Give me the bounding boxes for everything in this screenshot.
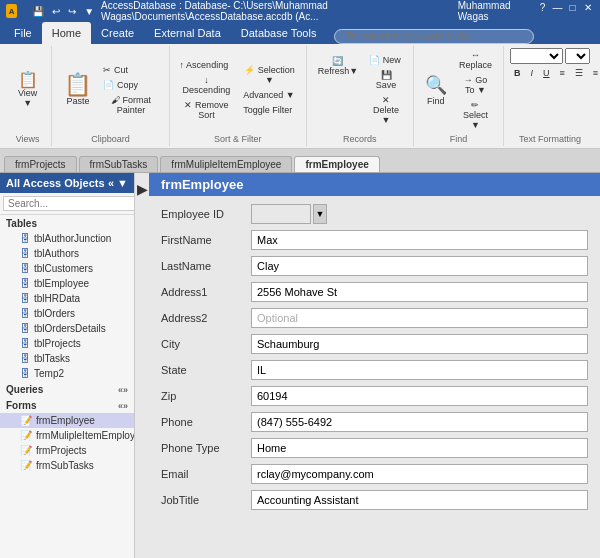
- maximize-btn[interactable]: □: [566, 0, 579, 14]
- sidebar-item-frmprojects[interactable]: 📝frmProjects: [0, 443, 134, 458]
- save-record-btn[interactable]: 💾 Save: [365, 68, 407, 92]
- sidebar-header-icons: « ▼: [108, 177, 128, 189]
- view-btn[interactable]: 📋 View ▼: [10, 69, 45, 111]
- form-area: ▶ frmEmployee Employee ID ▼ First: [135, 173, 600, 558]
- align-right-btn[interactable]: ≡: [589, 66, 600, 80]
- font-row: [510, 48, 590, 64]
- sidebar-item-tblcustomers[interactable]: 🗄tblCustomers: [0, 261, 134, 276]
- ribbon-group-text-formatting: B I U ≡ ☰ ≡ Text Formatting: [504, 46, 596, 146]
- format-painter-btn[interactable]: 🖌 Format Painter: [99, 93, 162, 117]
- input-zip[interactable]: [251, 386, 588, 406]
- form-row-address2: Address2: [161, 308, 588, 328]
- remove-sort-btn[interactable]: ✕ Remove Sort: [176, 98, 238, 122]
- advanced-btn[interactable]: Advanced ▼: [239, 88, 300, 102]
- find-icon: 🔍: [425, 74, 447, 96]
- copy-btn[interactable]: 📄 Copy: [99, 78, 162, 92]
- input-phonetype[interactable]: [251, 438, 588, 458]
- replace-btn[interactable]: ↔ Replace: [454, 48, 497, 72]
- paste-btn[interactable]: 📋 Paste: [58, 71, 97, 109]
- doc-tab-frm-employee[interactable]: frmEmployee: [294, 156, 379, 172]
- cut-btn[interactable]: ✂ Cut: [99, 63, 162, 77]
- tab-create[interactable]: Create: [91, 22, 144, 44]
- input-email[interactable]: [251, 464, 588, 484]
- find-btn[interactable]: 🔍 Find: [420, 71, 452, 109]
- sidebar-menu-icon[interactable]: ▼: [117, 177, 128, 189]
- input-address1[interactable]: [251, 282, 588, 302]
- input-city[interactable]: [251, 334, 588, 354]
- underline-btn[interactable]: U: [539, 66, 554, 80]
- sidebar: All Access Objects « ▼ 🔍 Tables 🗄tblAuth…: [0, 173, 135, 558]
- doc-tab-frm-projects[interactable]: frmProjects: [4, 156, 77, 172]
- toggle-filter-btn[interactable]: Toggle Filter: [239, 103, 300, 117]
- input-address2[interactable]: [251, 308, 588, 328]
- redo-btn[interactable]: ↪: [65, 5, 79, 18]
- close-btn[interactable]: ✕: [581, 0, 594, 14]
- sidebar-item-frmemployee[interactable]: 📝frmEmployee: [0, 413, 134, 428]
- refresh-btn[interactable]: 🔄 Refresh▼: [313, 53, 363, 127]
- undo-btn[interactable]: ↩: [49, 5, 63, 18]
- record-selector-arrow[interactable]: ▶: [137, 181, 148, 197]
- sidebar-search-input[interactable]: [3, 196, 135, 211]
- tab-database-tools[interactable]: Database Tools: [231, 22, 327, 44]
- quick-access-dropdown[interactable]: ▼: [81, 5, 97, 18]
- ribbon-group-views: 📋 View ▼ Views: [4, 46, 52, 146]
- minimize-btn[interactable]: —: [551, 0, 564, 14]
- align-left-btn[interactable]: ≡: [556, 66, 569, 80]
- sidebar-item-tblemployee[interactable]: 🗄tblEmployee: [0, 276, 134, 291]
- label-phone: Phone: [161, 416, 251, 428]
- doc-tab-frm-multiple[interactable]: frmMulipleItemEmployee: [160, 156, 292, 172]
- sidebar-item-tblauthors[interactable]: 🗄tblAuthors: [0, 246, 134, 261]
- help-btn[interactable]: ?: [536, 0, 549, 14]
- sidebar-item-tblordersdetails[interactable]: 🗄tblOrdersDetails: [0, 321, 134, 336]
- descending-btn[interactable]: ↓ Descending: [176, 73, 238, 97]
- sidebar-header: All Access Objects « ▼: [0, 173, 134, 193]
- find-label: Find: [450, 132, 468, 144]
- sidebar-item-frmsubtasks[interactable]: 📝frmSubTasks: [0, 458, 134, 473]
- queries-expand-icon[interactable]: «»: [118, 385, 128, 395]
- select-btn[interactable]: ✏ Select ▼: [454, 98, 497, 132]
- doc-tab-frm-subtasks[interactable]: frmSubTasks: [79, 156, 159, 172]
- forms-expand-icon[interactable]: «»: [118, 401, 128, 411]
- tab-home[interactable]: Home: [42, 22, 91, 44]
- view-icon: 📋: [18, 72, 38, 88]
- sidebar-item-tblorders[interactable]: 🗄tblOrders: [0, 306, 134, 321]
- table-icon: 🗄: [20, 293, 30, 304]
- table-icon: 🗄: [20, 248, 30, 259]
- input-lastname[interactable]: [251, 256, 588, 276]
- goto-btn[interactable]: → Go To ▼: [454, 73, 497, 97]
- filter-btns: ⚡ Selection ▼ Advanced ▼ Toggle Filter: [239, 63, 300, 117]
- sidebar-item-tblauthorjunction[interactable]: 🗄tblAuthorJunction: [0, 231, 134, 246]
- sidebar-item-tblhrdata[interactable]: 🗄tblHRData: [0, 291, 134, 306]
- font-select[interactable]: [510, 48, 563, 64]
- tell-me-input[interactable]: [334, 29, 534, 44]
- sidebar-chevron-icon[interactable]: «: [108, 177, 114, 189]
- delete-record-btn[interactable]: ✕ Delete ▼: [365, 93, 407, 127]
- sidebar-item-tbltasks[interactable]: 🗄tblTasks: [0, 351, 134, 366]
- sidebar-item-tblprojects[interactable]: 🗄tblProjects: [0, 336, 134, 351]
- bold-btn[interactable]: B: [510, 66, 525, 80]
- sidebar-item-frmmultiple[interactable]: 📝frmMulipleItemEmployee: [0, 428, 134, 443]
- label-lastname: LastName: [161, 260, 251, 272]
- input-jobtitle[interactable]: [251, 490, 588, 510]
- tab-external-data[interactable]: External Data: [144, 22, 231, 44]
- table-icon: 🗄: [20, 233, 30, 244]
- italic-btn[interactable]: I: [527, 66, 538, 80]
- input-state[interactable]: [251, 360, 588, 380]
- align-center-btn[interactable]: ☰: [571, 66, 587, 80]
- employeeid-spinner[interactable]: ▼: [313, 204, 327, 224]
- label-city: City: [161, 338, 251, 350]
- text-formatting-label: Text Formatting: [519, 132, 581, 144]
- selection-btn[interactable]: ⚡ Selection ▼: [239, 63, 300, 87]
- input-phone[interactable]: [251, 412, 588, 432]
- new-record-btn[interactable]: 📄 New: [365, 53, 407, 67]
- form-row-phone: Phone: [161, 412, 588, 432]
- table-icon: 🗄: [20, 308, 30, 319]
- sidebar-item-temp2[interactable]: 🗄Temp2: [0, 366, 134, 381]
- font-size-select[interactable]: [565, 48, 590, 64]
- input-firstname[interactable]: [251, 230, 588, 250]
- save-quick-btn[interactable]: 💾: [29, 5, 47, 18]
- sort-btns: ↑ Ascending ↓ Descending ✕ Remove Sort: [176, 58, 238, 122]
- ascending-btn[interactable]: ↑ Ascending: [176, 58, 238, 72]
- tab-file[interactable]: File: [4, 22, 42, 44]
- ribbon-group-find: 🔍 Find ↔ Replace → Go To ▼ ✏ Select ▼ Fi…: [414, 46, 504, 146]
